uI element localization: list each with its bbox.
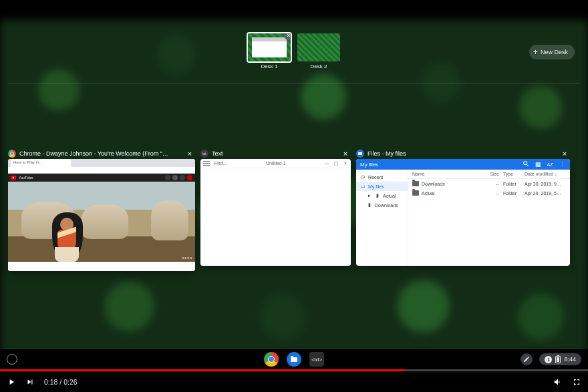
window-title: Chrome - Dwayne Johnson - You're Welcome… xyxy=(19,150,182,157)
browser-tabstrip: How to Play in… xyxy=(8,159,195,167)
close-icon[interactable]: × xyxy=(561,150,569,158)
plus-icon: + xyxy=(533,47,538,57)
monitor-icon: ▭ xyxy=(360,184,365,189)
desk-thumb-1[interactable]: × Desk 1 xyxy=(248,33,291,69)
close-icon[interactable]: × xyxy=(341,150,349,158)
files-topbar: My files ▦ AZ ⋮ xyxy=(356,159,570,170)
battery-icon xyxy=(555,356,561,363)
overview-window-chrome[interactable]: Chrome - Dwayne Johnson - You're Welcome… xyxy=(8,148,195,271)
sort-icon: AZ xyxy=(546,162,554,167)
notification-badge: 1 xyxy=(545,356,552,363)
chrome-icon xyxy=(8,150,16,158)
overview-window-files[interactable]: Files - My files × My files ▦ AZ ⋮ ◷ xyxy=(356,148,570,266)
browser-tab: How to Play in… xyxy=(11,159,71,167)
maximize-icon: ▢ xyxy=(333,161,339,166)
folder-icon xyxy=(412,181,419,186)
desk-thumb-2[interactable]: Desk 2 xyxy=(297,33,340,69)
fullscreen-button[interactable] xyxy=(572,377,581,387)
files-app-icon xyxy=(356,150,364,158)
new-desk-label: New Desk xyxy=(541,49,568,55)
text-app-icon: txt xyxy=(200,150,208,158)
col-date: Date modified ↓ xyxy=(522,172,566,176)
volume-button[interactable] xyxy=(553,377,563,387)
clock-icon: ◷ xyxy=(360,174,365,180)
desk-label: Desk 2 xyxy=(297,63,340,69)
window-title: Files - My files xyxy=(368,150,557,157)
svg-line-1 xyxy=(527,164,529,166)
time-display: 0:18 / 0:26 xyxy=(44,378,78,386)
col-size: Size xyxy=(480,172,499,176)
play-button[interactable] xyxy=(7,377,16,387)
col-type: Type xyxy=(499,172,522,176)
overview-row: Chrome - Dwayne Johnson - You're Welcome… xyxy=(8,148,580,271)
progress-played xyxy=(0,369,406,371)
address-bar xyxy=(8,167,195,174)
video-watermark: vevo xyxy=(182,256,192,260)
video-thumbnail: vevo xyxy=(8,182,195,262)
folder-icon xyxy=(412,190,419,196)
desk-label: Desk 1 xyxy=(248,63,291,69)
search-icon xyxy=(522,160,530,168)
folder-icon: ▮ xyxy=(367,202,372,208)
divider xyxy=(8,83,580,83)
folder-icon: ▮ xyxy=(375,193,380,198)
find-label: Find… xyxy=(214,161,228,166)
text-app-icon[interactable]: <txt> xyxy=(309,352,324,367)
document-title: Untitled 1 xyxy=(232,161,320,166)
minimize-icon: — xyxy=(324,161,329,166)
col-name: Name xyxy=(412,172,480,176)
sidebar-item-actual: ▸ ▮ Actual xyxy=(356,191,408,200)
table-row: Actual -- Folder Apr 29, 2019, 5… xyxy=(408,188,570,198)
clock: 8:44 xyxy=(564,356,576,363)
files-topbar-title: My files xyxy=(360,162,518,168)
youtube-icon xyxy=(11,176,16,180)
chrome-app-icon[interactable] xyxy=(264,352,279,367)
close-icon[interactable]: × xyxy=(186,150,194,158)
files-sidebar: ◷ Recent ▭ My files ▸ ▮ Actual xyxy=(356,170,408,266)
sidebar-item-myfiles: ▭ My files xyxy=(356,182,408,191)
video-player-controls: 0:18 / 0:26 xyxy=(0,369,588,392)
overview-window-text[interactable]: txt Text × Find… Untitled 1 — ▢ × xyxy=(200,148,351,266)
status-tray[interactable]: 1 8:44 xyxy=(539,353,581,365)
youtube-brand: YouTube xyxy=(19,176,33,180)
progress-bar[interactable] xyxy=(0,369,588,371)
more-icon: ⋮ xyxy=(558,161,566,168)
files-content: Name Size Type Date modified ↓ Downloads… xyxy=(408,170,570,266)
menu-icon xyxy=(203,161,210,166)
chevron-right-icon: ▸ xyxy=(367,193,372,198)
files-columns: Name Size Type Date modified ↓ xyxy=(408,170,570,179)
sidebar-item-recent: ◷ Recent xyxy=(356,172,408,182)
shelf-apps: <txt> xyxy=(264,352,324,367)
new-desk-button[interactable]: + New Desk xyxy=(529,45,575,59)
svg-point-0 xyxy=(524,162,527,165)
window-title: Text xyxy=(212,150,338,157)
next-button[interactable] xyxy=(25,377,35,387)
launcher-button[interactable] xyxy=(7,354,17,365)
youtube-header: YouTube xyxy=(8,174,195,182)
close-icon: × xyxy=(343,161,348,166)
files-app-icon[interactable] xyxy=(287,352,301,367)
desk-strip: × Desk 1 Desk 2 xyxy=(0,33,588,80)
stylus-button[interactable] xyxy=(521,353,533,365)
text-area xyxy=(200,168,351,266)
table-row: Downloads -- Folder Apr 30, 2019, 9… xyxy=(408,179,570,188)
shelf: <txt> 1 8:44 xyxy=(0,349,588,369)
sidebar-item-downloads: ▮ Downloads xyxy=(356,200,408,210)
grid-view-icon: ▦ xyxy=(534,161,542,168)
